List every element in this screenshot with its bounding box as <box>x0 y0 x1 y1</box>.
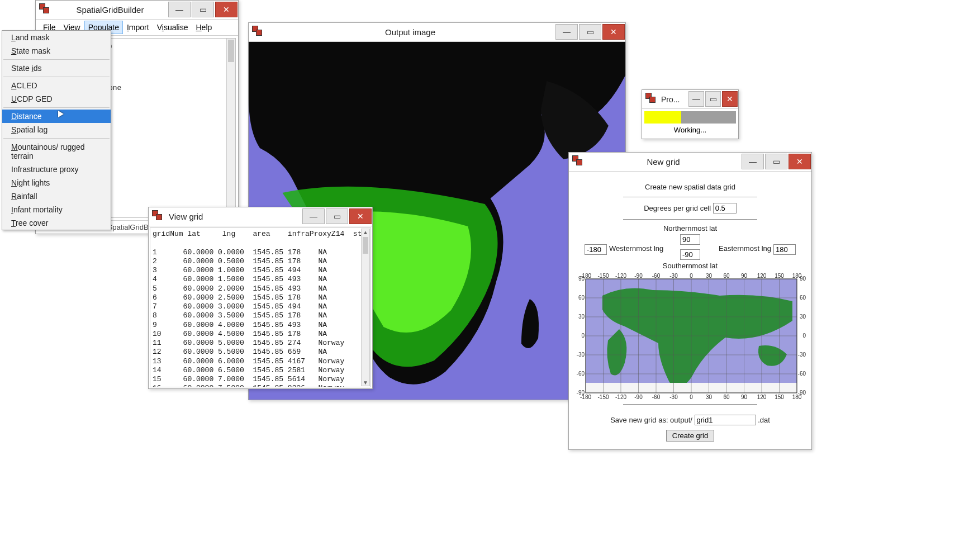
minimize-button[interactable]: — <box>555 24 578 40</box>
world-map-preview: -180-180-150-150-120-120-90-90-60-60-30-… <box>576 272 805 400</box>
svg-text:-60: -60 <box>577 371 585 377</box>
newgrid-header: Create new spatial data grid <box>576 183 805 191</box>
progress-titlebar[interactable]: Pro... — ▭ ✕ <box>642 90 738 109</box>
west-input[interactable] <box>585 244 607 255</box>
svg-text:0: 0 <box>690 273 693 279</box>
svg-text:60: 60 <box>800 295 806 301</box>
menu-item-rainfall[interactable]: Rainfall <box>2 189 111 203</box>
menu-import[interactable]: Import <box>123 21 153 34</box>
svg-text:-120: -120 <box>615 394 626 400</box>
deg-input[interactable] <box>713 203 737 213</box>
menu-item-distance[interactable]: Distance <box>2 110 111 123</box>
grid-data-text[interactable]: gridNum lat lng area infraProxyZ14 state… <box>150 227 371 387</box>
menu-item-ucdp-ged[interactable]: UCDP GED <box>2 92 111 106</box>
maximize-button[interactable]: ▭ <box>192 2 214 17</box>
deg-label: Degrees per grid cell <box>644 204 711 212</box>
svg-text:30: 30 <box>578 314 585 320</box>
menu-item-acled[interactable]: ACLED <box>2 79 111 92</box>
svg-text:-30: -30 <box>669 273 678 279</box>
new-grid-window: New grid — ▭ ✕ Create new spatial data g… <box>568 152 812 450</box>
menu-item-infrastructure-proxy[interactable]: Infrastructure proxy <box>2 163 111 176</box>
menu-item-land-mask[interactable]: Land mask <box>2 31 111 44</box>
svg-text:120: 120 <box>757 273 767 279</box>
svg-text:60: 60 <box>723 394 730 400</box>
svg-text:150: 150 <box>775 273 784 279</box>
save-suffix: .dat <box>758 416 770 424</box>
menu-help[interactable]: Help <box>192 21 216 34</box>
menu-item-tree-cover[interactable]: Tree cover <box>2 216 111 230</box>
minimize-button[interactable]: — <box>742 154 764 169</box>
progress-window: Pro... — ▭ ✕ Working... <box>642 89 739 139</box>
newgrid-title: New grid <box>586 157 741 167</box>
save-prefix: Save new grid as: output/ <box>610 416 692 424</box>
svg-text:-30: -30 <box>669 394 678 400</box>
svg-text:60: 60 <box>723 273 730 279</box>
populate-menu: Land maskState maskState idsACLEDUCDP GE… <box>2 30 111 230</box>
main-titlebar[interactable]: SpatialGridBuilder — ▭ ✕ <box>36 1 238 20</box>
progress-bar <box>644 111 736 124</box>
app-icon <box>39 3 53 17</box>
menu-visualise[interactable]: Visualise <box>153 21 192 34</box>
progress-label: Working... <box>644 124 736 136</box>
svg-text:-60: -60 <box>652 273 661 279</box>
menu-item-spatial-lag[interactable]: Spatial lag <box>2 123 111 136</box>
svg-text:120: 120 <box>757 394 767 400</box>
south-input[interactable] <box>680 249 700 260</box>
svg-text:-150: -150 <box>597 273 609 279</box>
svg-text:-90: -90 <box>798 390 806 396</box>
output-titlebar[interactable]: Output image — ▭ ✕ <box>249 23 625 42</box>
minimize-button[interactable]: — <box>688 91 704 107</box>
svg-text:-30: -30 <box>798 352 806 358</box>
app-icon <box>152 210 165 224</box>
close-button[interactable]: ✕ <box>349 208 372 224</box>
close-button[interactable]: ✕ <box>602 24 625 40</box>
svg-text:150: 150 <box>775 394 784 400</box>
svg-text:30: 30 <box>800 314 806 320</box>
east-label: Easternmost lng <box>719 244 771 253</box>
east-input[interactable] <box>773 244 796 255</box>
svg-text:0: 0 <box>690 394 693 400</box>
menu-item-mountainous-rugged-terrain[interactable]: Mountainous/ rugged terrain <box>2 140 111 163</box>
south-label: Southernmost lat <box>663 262 718 270</box>
menu-item-infant-mortality[interactable]: Infant mortality <box>2 203 111 216</box>
svg-text:90: 90 <box>578 276 585 282</box>
svg-text:0: 0 <box>802 333 806 339</box>
svg-text:-90: -90 <box>634 273 643 279</box>
maximize-button[interactable]: ▭ <box>326 208 348 224</box>
svg-text:-120: -120 <box>615 273 626 279</box>
minimize-button[interactable]: — <box>302 208 325 224</box>
svg-text:0: 0 <box>581 333 585 339</box>
svg-text:90: 90 <box>800 276 806 282</box>
progress-title: Pro... <box>659 95 688 104</box>
menu-item-night-lights[interactable]: Night lights <box>2 176 111 189</box>
close-button[interactable]: ✕ <box>788 154 811 169</box>
svg-text:30: 30 <box>706 273 712 279</box>
svg-text:60: 60 <box>578 295 585 301</box>
close-button[interactable]: ✕ <box>722 91 738 107</box>
main-title: SpatialGridBuilder <box>53 5 168 15</box>
maximize-button[interactable]: ▭ <box>579 24 601 40</box>
close-button[interactable]: ✕ <box>215 2 238 17</box>
output-title: Output image <box>265 27 555 37</box>
svg-text:90: 90 <box>741 273 748 279</box>
minimize-button[interactable]: — <box>168 2 191 17</box>
svg-text:-150: -150 <box>597 394 609 400</box>
app-icon <box>572 155 586 169</box>
north-label: Northernmost lat <box>663 224 717 232</box>
svg-text:-60: -60 <box>652 394 661 400</box>
west-label: Westernmost lng <box>609 244 663 253</box>
maximize-button[interactable]: ▭ <box>705 91 721 107</box>
svg-text:90: 90 <box>741 394 748 400</box>
create-grid-button[interactable]: Create grid <box>666 430 714 442</box>
save-name-input[interactable] <box>695 415 756 425</box>
maximize-button[interactable]: ▭ <box>765 154 787 169</box>
newgrid-titlebar[interactable]: New grid — ▭ ✕ <box>569 153 811 172</box>
menu-item-state-ids[interactable]: State ids <box>2 61 111 75</box>
viewgrid-titlebar[interactable]: View grid — ▭ ✕ <box>149 207 372 226</box>
north-input[interactable] <box>680 234 700 245</box>
grid-scrollbar[interactable]: ▲ ▼ <box>361 229 370 386</box>
svg-text:-90: -90 <box>634 394 643 400</box>
menu-item-state-mask[interactable]: State mask <box>2 44 111 58</box>
console-scrollbar[interactable] <box>226 39 235 217</box>
app-icon <box>645 93 659 106</box>
